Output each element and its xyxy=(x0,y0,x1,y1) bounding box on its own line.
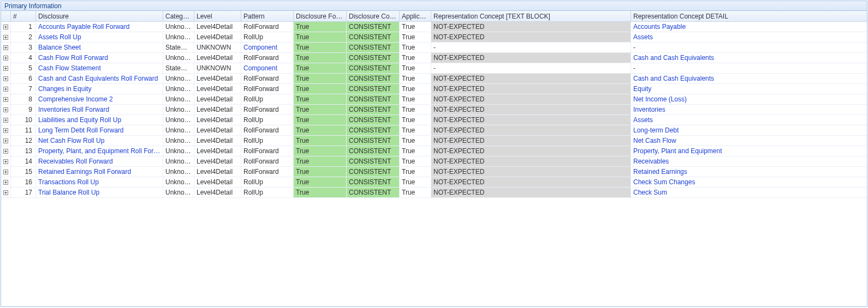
col-disclosure-consistent[interactable]: Disclosure Consi... xyxy=(347,11,400,21)
expand-toggle[interactable] xyxy=(1,53,11,63)
textblock-cell: NOT-EXPECTED xyxy=(431,105,631,114)
disclosure-found-cell: True xyxy=(294,22,347,32)
expand-toggle[interactable] xyxy=(1,136,11,146)
col-number[interactable]: # xyxy=(11,11,36,21)
detail-cell[interactable]: Accounts Payable xyxy=(631,22,867,32)
col-level[interactable]: Level xyxy=(194,11,241,21)
table-row[interactable]: 5Cash Flow StatementStatementUNKNOWNComp… xyxy=(1,63,867,74)
disclosure-link[interactable]: Cash Flow Statement xyxy=(36,63,163,73)
detail-cell[interactable]: Cash and Cash Equivalents xyxy=(631,74,867,83)
expand-toggle[interactable] xyxy=(1,115,11,125)
pattern-cell: RollForward xyxy=(241,105,294,114)
col-disclosure-found[interactable]: Disclosure Found xyxy=(294,11,347,21)
table-row[interactable]: 7Changes in EquityUnknownLevel4DetailRol… xyxy=(1,84,867,94)
detail-cell[interactable]: Property, Plant and Equipment xyxy=(631,146,867,156)
disclosure-link[interactable]: Transactions Roll Up xyxy=(36,177,163,187)
expand-toggle[interactable] xyxy=(1,125,11,135)
expand-toggle[interactable] xyxy=(1,74,11,83)
expand-toggle[interactable] xyxy=(1,63,11,73)
disclosure-link[interactable]: Inventories Roll Forward xyxy=(36,105,163,114)
detail-cell[interactable]: Assets xyxy=(631,32,867,42)
col-applicable[interactable]: Applicable xyxy=(400,11,431,21)
col-category[interactable]: Category xyxy=(163,11,194,21)
detail-cell[interactable]: Equity xyxy=(631,84,867,94)
expand-toggle[interactable] xyxy=(1,84,11,94)
detail-cell[interactable]: Long-term Debt xyxy=(631,125,867,135)
table-row[interactable]: 11Long Term Debt Roll ForwardUnknownLeve… xyxy=(1,125,867,136)
disclosure-link[interactable]: Balance Sheet xyxy=(36,43,163,52)
table-row[interactable]: 15Retained Earnings Roll ForwardUnknownL… xyxy=(1,167,867,177)
table-row[interactable]: 10Liabilities and Equity Roll UpUnknownL… xyxy=(1,115,867,125)
expand-toggle[interactable] xyxy=(1,167,11,177)
applicable-cell: True xyxy=(400,84,431,94)
pattern-cell[interactable]: Component xyxy=(241,63,294,73)
applicable-cell: True xyxy=(400,125,431,135)
disclosure-consistent-cell: CONSISTENT xyxy=(347,84,400,94)
table-row[interactable]: 3Balance SheetStatementUNKNOWNComponentT… xyxy=(1,43,867,53)
disclosure-link[interactable]: Net Cash Flow Roll Up xyxy=(36,136,163,146)
applicable-cell: True xyxy=(400,105,431,114)
disclosure-link[interactable]: Accounts Payable Roll Forward xyxy=(36,22,163,32)
disclosure-link[interactable]: Changes in Equity xyxy=(36,84,163,94)
table-row[interactable]: 6Cash and Cash Equivalents Roll ForwardU… xyxy=(1,74,867,84)
disclosure-link[interactable]: Receivables Roll Forward xyxy=(36,156,163,166)
detail-cell[interactable]: Check Sum xyxy=(631,188,867,197)
disclosure-link[interactable]: Comprehensive Income 2 xyxy=(36,94,163,104)
expand-toggle[interactable] xyxy=(1,105,11,114)
detail-cell[interactable]: Retained Earnings xyxy=(631,167,867,177)
table-row[interactable]: 8Comprehensive Income 2UnknownLevel4Deta… xyxy=(1,94,867,105)
pattern-cell: RollForward xyxy=(241,74,294,83)
disclosure-link[interactable]: Property, Plant, and Equipment Roll Forw… xyxy=(36,146,163,156)
category-cell: Unknown xyxy=(163,125,194,135)
applicable-cell: True xyxy=(400,94,431,104)
table-row[interactable]: 4Cash Flow Roll ForwardUnknownLevel4Deta… xyxy=(1,53,867,63)
grid-body[interactable]: 1Accounts Payable Roll ForwardUnknownLev… xyxy=(1,22,867,306)
disclosure-consistent-cell: CONSISTENT xyxy=(347,177,400,187)
col-pattern[interactable]: Pattern xyxy=(241,11,294,21)
expand-toggle[interactable] xyxy=(1,22,11,32)
table-row[interactable]: 1Accounts Payable Roll ForwardUnknownLev… xyxy=(1,22,867,32)
level-cell: Level4Detail xyxy=(194,94,241,104)
expand-toggle[interactable] xyxy=(1,177,11,187)
expand-toggle[interactable] xyxy=(1,156,11,166)
col-rep-concept-detail[interactable]: Representation Concept DETAIL xyxy=(631,11,867,21)
table-row[interactable]: 14Receivables Roll ForwardUnknownLevel4D… xyxy=(1,156,867,167)
col-expand[interactable] xyxy=(1,11,11,21)
col-disclosure[interactable]: Disclosure xyxy=(36,11,163,21)
pattern-cell[interactable]: Component xyxy=(241,43,294,52)
applicable-cell: True xyxy=(400,74,431,83)
textblock-cell: NOT-EXPECTED xyxy=(431,22,631,32)
disclosure-link[interactable]: Long Term Debt Roll Forward xyxy=(36,125,163,135)
disclosure-link[interactable]: Liabilities and Equity Roll Up xyxy=(36,115,163,125)
plus-icon xyxy=(3,25,8,29)
table-row[interactable]: 9Inventories Roll ForwardUnknownLevel4De… xyxy=(1,105,867,115)
table-row[interactable]: 2Assets Roll UpUnknownLevel4DetailRollUp… xyxy=(1,32,867,43)
category-cell: Unknown xyxy=(163,156,194,166)
detail-cell[interactable]: Receivables xyxy=(631,156,867,166)
disclosure-link[interactable]: Assets Roll Up xyxy=(36,32,163,42)
table-row[interactable]: 16Transactions Roll UpUnknownLevel4Detai… xyxy=(1,177,867,188)
table-row[interactable]: 17Trial Balance Roll UpUnknownLevel4Deta… xyxy=(1,188,867,198)
expand-toggle[interactable] xyxy=(1,188,11,197)
applicable-cell: True xyxy=(400,156,431,166)
disclosure-link[interactable]: Cash Flow Roll Forward xyxy=(36,53,163,63)
expand-toggle[interactable] xyxy=(1,146,11,156)
expand-toggle[interactable] xyxy=(1,32,11,42)
table-row[interactable]: 13Property, Plant, and Equipment Roll Fo… xyxy=(1,146,867,156)
detail-cell[interactable]: Cash and Cash Equivalents xyxy=(631,53,867,63)
detail-cell[interactable]: Assets xyxy=(631,115,867,125)
table-row[interactable]: 12Net Cash Flow Roll UpUnknownLevel4Deta… xyxy=(1,136,867,146)
disclosure-link[interactable]: Retained Earnings Roll Forward xyxy=(36,167,163,177)
expand-toggle[interactable] xyxy=(1,94,11,104)
detail-cell[interactable]: Inventories xyxy=(631,105,867,114)
detail-cell[interactable]: Net Cash Flow xyxy=(631,136,867,146)
expand-toggle[interactable] xyxy=(1,43,11,52)
textblock-cell: - xyxy=(431,43,631,52)
disclosure-link[interactable]: Cash and Cash Equivalents Roll Forward xyxy=(36,74,163,83)
plus-icon xyxy=(3,138,8,143)
disclosure-link[interactable]: Trial Balance Roll Up xyxy=(36,188,163,197)
detail-cell[interactable]: Check Sum Changes xyxy=(631,177,867,187)
col-rep-concept-textblock[interactable]: Representation Concept [TEXT BLOCK] xyxy=(431,11,631,21)
detail-cell[interactable]: Net Income (Loss) xyxy=(631,94,867,104)
level-cell: Level4Detail xyxy=(194,136,241,146)
